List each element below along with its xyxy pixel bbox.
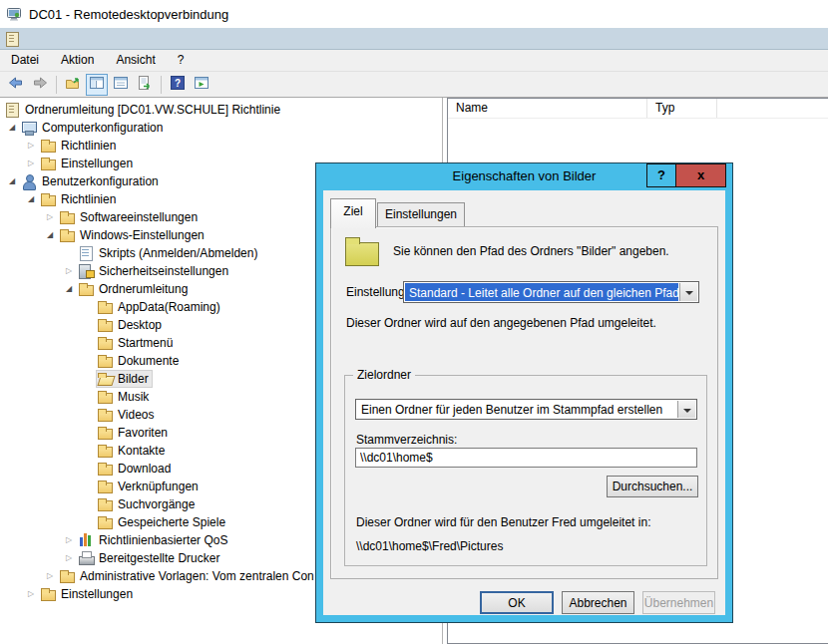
column-header-typ[interactable]: Typ xyxy=(647,99,717,118)
tree-node[interactable]: Skripts (Anmelden/Abmelden) xyxy=(77,244,261,262)
dialog-close-button[interactable]: x xyxy=(675,163,726,187)
tree-node[interactable]: Einstellungen xyxy=(39,155,137,172)
dialog-help-button[interactable]: ? xyxy=(646,163,676,187)
menu-datei[interactable]: Datei xyxy=(0,50,50,71)
expander-expanded-icon[interactable] xyxy=(61,280,77,298)
tree-node[interactable]: Einstellungen xyxy=(39,585,137,603)
column-header-name[interactable]: Name xyxy=(448,99,647,118)
expander-expanded-icon[interactable] xyxy=(4,172,20,190)
expander-collapsed-icon[interactable] xyxy=(42,208,58,226)
setting-combobox[interactable]: Standard - Leitet alle Ordner auf den gl… xyxy=(403,281,699,303)
folder-icon xyxy=(97,389,114,405)
tree-node[interactable]: Richtlinien xyxy=(39,137,120,155)
tree-node[interactable]: Richtlinienbasierter QoS xyxy=(77,531,231,549)
expander-expanded-icon[interactable] xyxy=(23,190,39,208)
groupbox-title: Zielordner xyxy=(353,368,415,382)
tree-node[interactable]: Bereitgestellte Drucker xyxy=(77,549,223,567)
tree-item-richtlinien[interactable]: Richtlinien xyxy=(0,137,442,155)
folder-icon xyxy=(97,479,114,494)
help-button[interactable]: ? xyxy=(167,74,189,96)
tree-item-ordnerumleitung-dc01-vw-schule-richtlinie[interactable]: Ordnerumleitung [DC01.VW.SCHULE] Richtli… xyxy=(0,101,442,119)
target-mode-dropdown-button[interactable] xyxy=(677,401,695,418)
tree-node[interactable]: Startmenü xyxy=(96,334,177,352)
svg-text:?: ? xyxy=(175,78,181,89)
tree-node[interactable]: Sicherheitseinstellungen xyxy=(77,262,232,280)
expander-collapsed-icon[interactable] xyxy=(61,549,77,567)
console-child-strip xyxy=(0,28,828,50)
tree-node[interactable]: Benutzerkonfiguration xyxy=(20,172,163,190)
toggle-console-tree-icon xyxy=(89,75,105,94)
up-folder-button[interactable] xyxy=(62,74,84,96)
tree-item-label: Administrative Vorlagen: Vom zentralen C… xyxy=(80,568,314,585)
menu-[interactable]: ? xyxy=(167,50,196,71)
tree-item-label: Sicherheitseinstellungen xyxy=(99,263,228,280)
tree-node[interactable]: Favoriten xyxy=(96,424,172,442)
tree-node[interactable]: Dokumente xyxy=(96,352,183,370)
root-path-input[interactable] xyxy=(355,448,697,468)
expander-collapsed-icon[interactable] xyxy=(42,567,58,585)
tree-item-label: Suchvorgänge xyxy=(118,496,195,513)
expander-collapsed-icon[interactable] xyxy=(23,137,39,155)
tree-item-label: Einstellungen xyxy=(61,586,133,603)
list-header: NameTyp xyxy=(448,99,828,119)
target-mode-value: Einen Ordner für jeden Benutzer im Stamm… xyxy=(357,401,676,418)
folder-icon xyxy=(40,191,57,207)
tree-item-label: Skripts (Anmelden/Abmelden) xyxy=(99,245,257,262)
browse-button[interactable]: Durchsuchen... xyxy=(607,476,698,497)
export-list-button[interactable] xyxy=(134,74,156,96)
tree-node[interactable]: Computerkonfiguration xyxy=(20,119,167,137)
new-window-button[interactable] xyxy=(191,74,212,96)
user-icon xyxy=(21,173,38,189)
back-icon xyxy=(8,75,24,94)
tree-item-label: Richtlinien xyxy=(61,138,116,155)
target-mode-combobox[interactable]: Einen Ordner für jeden Benutzer im Stamm… xyxy=(355,399,697,420)
expander-collapsed-icon[interactable] xyxy=(23,585,39,603)
tree-node[interactable]: Administrative Vorlagen: Vom zentralen C… xyxy=(58,567,318,585)
target-groupbox: Zielordner Einen Ordner für jeden Benutz… xyxy=(344,375,707,566)
folder-open-icon xyxy=(97,371,114,387)
menu-aktion[interactable]: Aktion xyxy=(50,50,105,71)
toggle-console-tree-button[interactable] xyxy=(86,74,108,96)
expander-expanded-icon[interactable] xyxy=(42,226,58,244)
expander-collapsed-icon[interactable] xyxy=(23,155,39,172)
tree-item-label: Gespeicherte Spiele xyxy=(118,514,225,531)
folder-icon xyxy=(40,586,57,602)
tree-node[interactable]: Musik xyxy=(96,388,153,406)
tab-ziel[interactable]: Ziel xyxy=(330,198,376,228)
tree-node[interactable]: Videos xyxy=(96,406,158,424)
help-icon: ? xyxy=(170,75,186,94)
properties-button[interactable] xyxy=(110,74,132,96)
tree-node[interactable]: Windows-Einstellungen xyxy=(58,226,208,244)
apply-button[interactable]: Übernehmen xyxy=(642,591,715,614)
tree-node[interactable]: Bilder xyxy=(96,370,153,388)
expander-expanded-icon[interactable] xyxy=(4,119,20,137)
ok-button[interactable]: OK xyxy=(480,591,554,614)
tree-node[interactable]: Kontakte xyxy=(96,442,169,460)
tree-node[interactable]: AppData(Roaming) xyxy=(96,298,224,316)
tree-node[interactable]: Softwareeinstellungen xyxy=(58,208,202,226)
back-button[interactable] xyxy=(5,74,27,96)
expander-collapsed-icon[interactable] xyxy=(61,531,77,549)
tree-node[interactable]: Gespeicherte Spiele xyxy=(96,513,229,531)
folder-icon xyxy=(97,514,114,530)
tree-node[interactable]: Ordnerumleitung [DC01.VW.SCHULE] Richtli… xyxy=(3,101,284,119)
menu-ansicht[interactable]: Ansicht xyxy=(105,50,166,71)
tree-node[interactable]: Ordnerumleitung xyxy=(77,280,192,298)
forward-button[interactable] xyxy=(29,74,51,96)
tree-item-computerkonfiguration[interactable]: Computerkonfiguration xyxy=(0,119,442,137)
tree-node[interactable]: Suchvorgänge xyxy=(96,495,199,513)
tree-node[interactable]: Richtlinien xyxy=(39,190,120,208)
expander-collapsed-icon[interactable] xyxy=(61,262,77,280)
window-title: DC01 - Remotedesktopverbindung xyxy=(29,7,228,22)
root-path-label: Stammverzeichnis: xyxy=(356,433,457,447)
tree-node[interactable]: Download xyxy=(96,460,175,478)
tree-item-label: Startmenü xyxy=(118,335,173,352)
tree-node[interactable]: Desktop xyxy=(96,316,166,334)
tab-einstellungen[interactable]: Einstellungen xyxy=(377,202,465,226)
tree-item-label: Computerkonfiguration xyxy=(42,120,163,137)
dialog-body: Ziel Einstellungen Sie können den Pfad d… xyxy=(323,190,725,615)
cancel-button[interactable]: Abbrechen xyxy=(562,591,634,614)
tree-node[interactable]: Verknüpfungen xyxy=(96,478,203,495)
redirect-preview-path: \\dc01\home$\Fred\Pictures xyxy=(356,539,503,553)
setting-combo-dropdown-button[interactable] xyxy=(679,283,697,301)
